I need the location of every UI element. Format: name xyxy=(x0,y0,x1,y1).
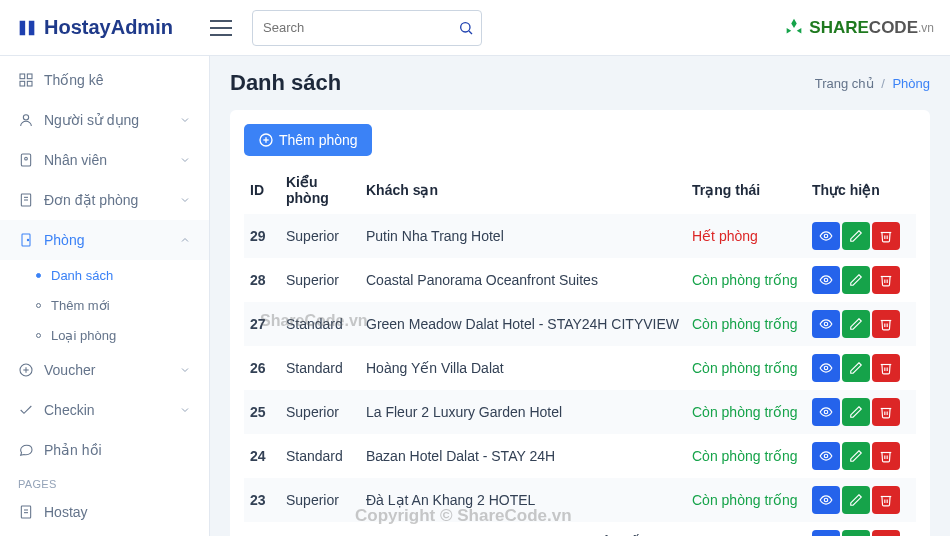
cell-type: Superior xyxy=(280,478,360,522)
svg-rect-2 xyxy=(20,74,25,79)
breadcrumb-home[interactable]: Trang chủ xyxy=(815,76,874,91)
sidebar-item-4[interactable]: Phòng xyxy=(0,220,209,260)
svg-point-31 xyxy=(824,454,828,458)
cell-id: 22 xyxy=(244,522,280,536)
cell-id: 29 xyxy=(244,214,280,258)
chevron-down-icon xyxy=(179,404,191,416)
delete-button[interactable] xyxy=(872,222,900,250)
sidebar-subitem-4-0[interactable]: Danh sách xyxy=(36,260,209,290)
cell-hotel: Coastal Panorama Oceanfront Suites xyxy=(360,258,686,302)
edit-button[interactable] xyxy=(842,266,870,294)
brand-logo[interactable]: HostayAdmin xyxy=(16,16,210,39)
sidebar-item-6[interactable]: Checkin xyxy=(0,390,209,430)
sidebar-item-0[interactable]: Thống kê xyxy=(0,60,209,100)
svg-point-8 xyxy=(25,157,28,160)
svg-point-32 xyxy=(824,498,828,502)
edit-button[interactable] xyxy=(842,398,870,426)
svg-rect-17 xyxy=(21,506,30,518)
table-row: 27 Standard Green Meadow Dalat Hotel - S… xyxy=(244,302,916,346)
hamburger-menu[interactable] xyxy=(210,20,232,36)
svg-line-1 xyxy=(469,31,472,34)
sidebar-page-1[interactable]: Giới thiệu xyxy=(0,532,209,536)
dot-icon xyxy=(36,273,41,278)
brand-name: HostayAdmin xyxy=(44,16,173,39)
cell-actions xyxy=(806,214,916,258)
search-input[interactable] xyxy=(252,10,482,46)
delete-button[interactable] xyxy=(872,398,900,426)
edit-button[interactable] xyxy=(842,442,870,470)
cell-status: Còn phòng trống xyxy=(686,478,806,522)
cell-actions xyxy=(806,258,916,302)
page-title: Danh sách xyxy=(230,70,341,96)
cell-type: Standard xyxy=(280,434,360,478)
add-room-button[interactable]: Thêm phòng xyxy=(244,124,372,156)
dot-icon xyxy=(36,333,41,338)
delete-button[interactable] xyxy=(872,354,900,382)
view-button[interactable] xyxy=(812,310,840,338)
view-button[interactable] xyxy=(812,398,840,426)
breadcrumb: Trang chủ / Phòng xyxy=(815,76,930,91)
cell-hotel: Green Meadow Dalat Hotel - STAY24H CITYV… xyxy=(360,302,686,346)
cell-actions xyxy=(806,346,916,390)
svg-rect-5 xyxy=(27,81,32,86)
chevron-down-icon xyxy=(179,194,191,206)
cell-type: Superior xyxy=(280,214,360,258)
cell-type: Standard xyxy=(280,302,360,346)
plus-circle-icon xyxy=(258,132,274,148)
sidebar-item-label: Đơn đặt phòng xyxy=(44,192,138,208)
chevron-up-icon xyxy=(179,234,191,246)
sidebar-item-3[interactable]: Đơn đặt phòng xyxy=(0,180,209,220)
view-button[interactable] xyxy=(812,486,840,514)
table-row: 28 Superior Coastal Panorama Oceanfront … xyxy=(244,258,916,302)
chevron-down-icon xyxy=(179,114,191,126)
view-button[interactable] xyxy=(812,354,840,382)
sidebar-item-1[interactable]: Người sử dụng xyxy=(0,100,209,140)
dot-icon xyxy=(36,303,41,308)
sidebar-subitem-4-2[interactable]: Loại phòng xyxy=(36,320,209,350)
sidebar-item-5[interactable]: Voucher xyxy=(0,350,209,390)
edit-button[interactable] xyxy=(842,486,870,514)
svg-point-27 xyxy=(824,278,828,282)
grid-icon xyxy=(18,72,34,88)
sidebar-subitem-4-1[interactable]: Thêm mới xyxy=(36,290,209,320)
sidebar-item-label: Voucher xyxy=(44,362,95,378)
view-button[interactable] xyxy=(812,222,840,250)
delete-button[interactable] xyxy=(872,530,900,536)
cell-status: Hết phòng xyxy=(686,214,806,258)
table-row: 22 Deluxe THE GALAXY HOME APARTMENT ĐỘI … xyxy=(244,522,916,536)
th-status: Trạng thái xyxy=(686,166,806,214)
edit-button[interactable] xyxy=(842,222,870,250)
rooms-table: ID Kiểu phòng Khách sạn Trạng thái Thực … xyxy=(244,166,916,536)
delete-button[interactable] xyxy=(872,486,900,514)
edit-button[interactable] xyxy=(842,310,870,338)
cell-hotel: Putin Nha Trang Hotel xyxy=(360,214,686,258)
delete-button[interactable] xyxy=(872,266,900,294)
cell-status: Còn phòng trống xyxy=(686,390,806,434)
section-label: PAGES xyxy=(0,470,209,492)
delete-button[interactable] xyxy=(872,442,900,470)
check-icon xyxy=(18,402,34,418)
cell-id: 28 xyxy=(244,258,280,302)
delete-button[interactable] xyxy=(872,310,900,338)
cell-id: 24 xyxy=(244,434,280,478)
badge-icon xyxy=(18,152,34,168)
cell-id: 23 xyxy=(244,478,280,522)
plus-icon xyxy=(18,362,34,378)
file-icon xyxy=(18,504,34,520)
svg-rect-3 xyxy=(27,74,32,79)
edit-button[interactable] xyxy=(842,530,870,536)
view-button[interactable] xyxy=(812,442,840,470)
view-button[interactable] xyxy=(812,530,840,536)
doc-icon xyxy=(18,192,34,208)
cell-hotel: Bazan Hotel Dalat - STAY 24H xyxy=(360,434,686,478)
sidebar-item-2[interactable]: Nhân viên xyxy=(0,140,209,180)
cell-type: Deluxe xyxy=(280,522,360,536)
sharecode-logo[interactable]: SHARECODE.vn xyxy=(783,17,934,39)
sharecode-icon xyxy=(783,17,805,39)
sidebar-page-0[interactable]: Hostay xyxy=(0,492,209,532)
sidebar-item-label: Nhân viên xyxy=(44,152,107,168)
search-icon[interactable] xyxy=(458,20,474,36)
edit-button[interactable] xyxy=(842,354,870,382)
sidebar-item-7[interactable]: Phản hồi xyxy=(0,430,209,470)
view-button[interactable] xyxy=(812,266,840,294)
